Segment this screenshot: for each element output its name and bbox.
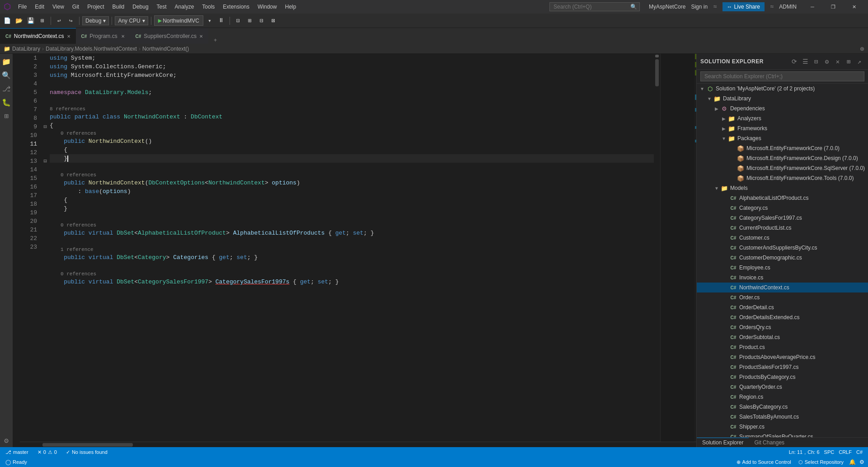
menu-help[interactable]: Help <box>282 3 300 11</box>
tree-dependencies[interactable]: ▶ ⚙ Dependencies <box>697 104 868 113</box>
fold-9[interactable]: ⊟ <box>42 123 48 131</box>
platform-dropdown[interactable]: Any CPU ▾ <box>115 16 148 25</box>
new-tab-button[interactable]: + <box>210 38 221 44</box>
tree-invoice[interactable]: C# Invoice.cs <box>697 273 868 283</box>
tab-supplierscontroller[interactable]: C# SuppliersController.cs ✕ <box>130 28 209 44</box>
save-all-button[interactable]: ⊞ <box>37 15 48 26</box>
close-button[interactable]: ✕ <box>844 0 864 14</box>
global-search[interactable] <box>549 2 640 11</box>
tb-extra2[interactable]: ⊞ <box>244 15 255 26</box>
tree-product[interactable]: C# Product.cs <box>697 342 868 352</box>
tree-categorysales[interactable]: C# CategorySalesFor1997.cs <box>697 213 868 223</box>
open-button[interactable]: 📂 <box>14 15 24 26</box>
debug-mode-dropdown[interactable]: Debug ▾ <box>82 16 109 25</box>
maximize-button[interactable]: ❐ <box>823 0 844 14</box>
tab-northwindcontext-close[interactable]: ✕ <box>67 34 70 39</box>
tree-employee[interactable]: C# Employee.cs <box>697 263 868 273</box>
breadcrumb-expand-icon[interactable]: ⊕ <box>860 46 864 52</box>
run-button[interactable]: ▶ NorthwindMVC <box>154 15 203 26</box>
tree-orderdetailsext[interactable]: C# OrderDetailsExtended.cs <box>697 312 868 322</box>
fold-13[interactable]: ⊟ <box>42 157 48 165</box>
tree-models[interactable]: ▼ 📁 Models <box>697 183 868 193</box>
tree-ordersubtotal[interactable]: C# OrderSubtotal.cs <box>697 332 868 342</box>
tree-order[interactable]: C# Order.cs <box>697 292 868 302</box>
tree-efcore-tools[interactable]: 📦 Microsoft.EntityFrameworkCore.Tools (7… <box>697 173 868 183</box>
status-no-issues[interactable]: ✓ No issues found <box>64 449 109 455</box>
tab-northwindcontext[interactable]: C# NorthwindContext.cs ✕ <box>0 28 76 44</box>
tree-analyzers[interactable]: ▶ 📁 Analyzers <box>697 113 868 123</box>
tree-salesbycategory[interactable]: C# SalesByCategory.cs <box>697 402 868 412</box>
code-editor[interactable]: using System; using System.Collections.G… <box>48 54 654 442</box>
tree-customer[interactable]: C# Customer.cs <box>697 233 868 243</box>
minimize-button[interactable]: ─ <box>802 0 823 14</box>
tree-alphabetical[interactable]: C# AlphabeticalListOfProduct.cs <box>697 193 868 203</box>
tb-extra1[interactable]: ⊡ <box>233 15 244 26</box>
horizontal-scrollbar[interactable] <box>20 442 696 447</box>
menu-debug[interactable]: Debug <box>129 3 152 11</box>
sign-in-button[interactable]: Sign in <box>691 4 708 10</box>
menu-file[interactable]: File <box>14 3 30 11</box>
tb-extra4[interactable]: ⊠ <box>268 15 279 26</box>
status-encoding[interactable]: SPC <box>822 449 836 455</box>
breadcrumb-namespace[interactable]: DataLibrary.Models.NorthwindContext <box>46 46 137 52</box>
tree-frameworks[interactable]: ▶ 📁 Frameworks <box>697 123 868 133</box>
status-line-ending[interactable]: CRLF <box>837 449 854 455</box>
tree-productsabove[interactable]: C# ProductsAboveAveragePrice.cs <box>697 352 868 362</box>
tree-efcore-design[interactable]: 📦 Microsoft.EntityFrameworkCore.Design (… <box>697 153 868 163</box>
tree-ordersqry[interactable]: C# OrdersQry.cs <box>697 322 868 332</box>
tree-productsbycategory[interactable]: C# ProductsByCategory.cs <box>697 372 868 382</box>
status-errors[interactable]: ✕ 0 ⚠ 0 <box>36 449 59 455</box>
redo-button[interactable]: ↪ <box>66 15 76 26</box>
new-project-button[interactable]: 📄 <box>2 15 13 26</box>
menu-git[interactable]: Git <box>69 3 83 11</box>
run-config-button[interactable]: ▾ <box>204 15 215 26</box>
pause-button[interactable]: ⏸ <box>216 15 227 26</box>
save-button[interactable]: 💾 <box>25 15 36 26</box>
activity-git[interactable]: ⎇ <box>0 83 13 95</box>
tree-efcore-sqlserver[interactable]: 📦 Microsoft.EntityFrameworkCore.SqlServe… <box>697 163 868 173</box>
menu-test[interactable]: Test <box>153 3 170 11</box>
status-language[interactable]: C# <box>854 449 864 455</box>
tree-summaryquarter[interactable]: C# SummaryOfSalesByQuarter.cs <box>697 432 868 437</box>
activity-explorer[interactable]: 📁 <box>0 56 13 68</box>
tree-salestotals[interactable]: C# SalesTotalsByAmount.cs <box>697 412 868 422</box>
live-share-button[interactable]: ↔ Live Share <box>723 2 765 11</box>
solution-search-input[interactable] <box>700 71 864 81</box>
h-scroll-thumb[interactable] <box>42 443 133 447</box>
breadcrumb-datalibrary[interactable]: DataLibrary <box>12 46 40 52</box>
status-cursor[interactable]: Ln: 11 , Ch: 6 <box>787 449 821 455</box>
menu-analyze[interactable]: Analyze <box>171 3 198 11</box>
sol-collapse-icon[interactable]: ⊟ <box>811 57 821 66</box>
menu-project[interactable]: Project <box>84 3 108 11</box>
scroll-thumb[interactable] <box>655 59 659 86</box>
tree-orderdetail[interactable]: C# OrderDetail.cs <box>697 302 868 312</box>
tree-solution[interactable]: ▼ ⬡ Solution 'MyAspNetCore' (2 of 2 proj… <box>697 84 868 94</box>
menu-tools[interactable]: Tools <box>198 3 218 11</box>
activity-settings[interactable]: ⚙ <box>0 434 13 447</box>
activity-debug[interactable]: 🐛 <box>0 96 13 109</box>
bottom-tab-solution-explorer[interactable]: Solution Explorer <box>697 438 749 448</box>
status-git-branch[interactable]: ⎇ master <box>4 449 30 455</box>
menu-extensions[interactable]: Extensions <box>219 3 253 11</box>
sol-sync-icon[interactable]: ⟳ <box>789 57 799 66</box>
scroll-up-arrow[interactable] <box>655 55 659 57</box>
breakpoint-area-1[interactable] <box>13 54 20 62</box>
tree-datalibrary[interactable]: ▼ 📁 DataLibrary <box>697 94 868 104</box>
bottom-tab-git-changes[interactable]: Git Changes <box>749 438 790 448</box>
tree-customerandsuppliers[interactable]: C# CustomerAndSuppliersByCity.cs <box>697 243 868 253</box>
activity-extensions[interactable]: ⊞ <box>0 110 13 123</box>
tab-program[interactable]: C# Program.cs ✕ <box>76 28 130 44</box>
menu-window[interactable]: Window <box>254 3 281 11</box>
menu-build[interactable]: Build <box>109 3 128 11</box>
tree-packages[interactable]: ▼ 📁 Packages <box>697 133 868 143</box>
activity-search[interactable]: 🔍 <box>0 69 13 82</box>
select-repository[interactable]: ⬡ Select Repository <box>797 459 845 465</box>
tree-northwindcontext[interactable]: C# NorthwindContext.cs <box>697 283 868 292</box>
tab-program-close[interactable]: ✕ <box>121 34 125 39</box>
status-ready[interactable]: ◯ Ready <box>4 459 29 465</box>
undo-button[interactable]: ↩ <box>54 15 65 26</box>
editor-area[interactable]: 1 2 3 4 5 6 7 8 9 10 11 12 13 14 15 16 1 <box>20 54 696 447</box>
tree-currentproduct[interactable]: C# CurrentProductList.cs <box>697 223 868 233</box>
tree-region[interactable]: C# Region.cs <box>697 392 868 402</box>
vertical-scrollbar[interactable] <box>654 54 660 442</box>
